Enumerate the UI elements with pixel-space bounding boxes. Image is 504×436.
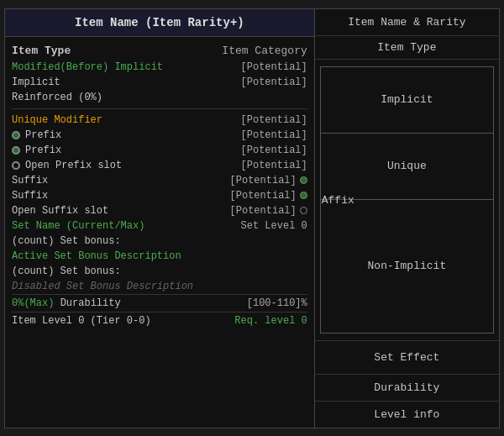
set-bonus-label-2: (count) Set bonus: — [12, 265, 121, 277]
right-durability-section: Durability — [315, 374, 499, 401]
suffix-label-1: Suffix — [12, 175, 230, 186]
unique-modifier-value: [Potential] — [241, 114, 307, 126]
item-title: Item Name (Item Rarity+) — [5, 9, 314, 37]
affix-label: Affix — [322, 193, 354, 206]
set-bonus-row-2: (count) Set bonus: — [12, 264, 307, 279]
durability-prefix: 0%(Max) Durability — [12, 297, 121, 309]
unique-box: Unique — [321, 133, 493, 199]
active-set-bonus-label: Active Set Bonus Description — [12, 250, 181, 262]
implicit-box: Implicit — [321, 67, 493, 133]
reinforced-row: Reinforced (0%) — [12, 90, 307, 105]
radio-filled-2 — [12, 146, 20, 155]
small-radio-1 — [300, 176, 307, 184]
suffix-label-3: Open Suffix slot — [12, 205, 230, 217]
disabled-set-bonus-label: Disabled Set Bonus Description — [12, 281, 193, 292]
suffix-row-2: Suffix [Potential] — [12, 188, 307, 203]
left-panel: Item Name (Item Rarity+) Item Type Item … — [5, 9, 315, 428]
suffix-row-3: Open Suffix slot [Potential] — [12, 203, 307, 218]
prefix-row-2: Prefix [Potential] — [12, 143, 307, 158]
set-name-value: Set Level 0 — [241, 220, 307, 232]
unique-modifier-row: Unique Modifier [Potential] — [12, 113, 307, 128]
suffix-label-2: Suffix — [12, 190, 230, 202]
durability-row: 0%(Max) Durability [100-110]% — [12, 294, 307, 312]
divider-1 — [12, 108, 307, 109]
implicit-value: [Potential] — [241, 76, 307, 88]
set-name-label: Set Name (Current/Max) — [12, 220, 144, 232]
suffix-row-1: Suffix [Potential] — [12, 173, 307, 188]
level-label: Item Level 0 (Tier 0-0) — [12, 315, 151, 327]
radio-filled-1 — [12, 131, 20, 139]
right-diagram: Affix Implicit Unique Non-Implicit — [315, 60, 499, 340]
set-bonus-label-1: (count) Set bonus: — [12, 235, 121, 247]
suffix-value-2: [Potential] — [230, 190, 297, 202]
small-radio-2 — [300, 192, 307, 199]
set-name-row: Set Name (Current/Max) Set Level 0 — [12, 218, 307, 234]
right-item-type: Item Type — [315, 36, 499, 60]
item-category-label: Item Category — [222, 45, 307, 57]
disabled-set-bonus-row: Disabled Set Bonus Description — [12, 279, 307, 294]
right-panel: Item Name & Rarity Item Type Affix Impli… — [315, 9, 499, 428]
modified-implicit-value: [Potential] — [241, 61, 307, 73]
small-radio-3 — [300, 207, 307, 214]
upper-boxes: Implicit Unique — [320, 66, 494, 201]
level-row: Item Level 0 (Tier 0-0) Req. level 0 — [12, 312, 307, 329]
prefix-value-2: [Potential] — [241, 144, 307, 156]
prefix-label-2: Prefix — [25, 144, 236, 156]
left-content: Item Type Item Category Modified(Before)… — [5, 37, 314, 428]
modified-implicit-label: Modified(Before) Implicit — [12, 61, 241, 73]
prefix-label-1: Prefix — [25, 129, 236, 141]
item-type-label: Item Type — [12, 45, 71, 57]
unique-modifier-label: Unique Modifier — [12, 114, 241, 126]
item-type-row: Item Type Item Category — [12, 42, 307, 60]
prefix-row-3: Open Prefix slot [Potential] — [12, 158, 307, 173]
implicit-label: Implicit — [12, 76, 241, 88]
durability-percent: 0%(Max) — [12, 297, 54, 309]
radio-empty-1 — [12, 161, 20, 170]
level-info-section: Level info — [315, 401, 499, 428]
non-implicit-box: Non-Implicit — [320, 200, 494, 334]
suffix-value-1: [Potential] — [230, 175, 297, 186]
suffix-value-3: [Potential] — [230, 205, 297, 217]
implicit-row: Implicit [Potential] — [12, 75, 307, 90]
active-set-bonus-row: Active Set Bonus Description — [12, 249, 307, 264]
prefix-row-1: Prefix [Potential] — [12, 128, 307, 143]
prefix-label-3: Open Prefix slot — [25, 160, 236, 171]
set-effect-section: Set Effect — [315, 340, 499, 374]
prefix-value-1: [Potential] — [241, 129, 307, 141]
durability-label: Durability — [60, 297, 121, 309]
reinforced-label: Reinforced (0%) — [12, 92, 307, 103]
prefix-value-3: [Potential] — [241, 160, 307, 171]
diagram-area: Affix Implicit Unique Non-Implicit — [320, 66, 494, 334]
level-value: Req. level 0 — [234, 315, 307, 327]
durability-value: [100-110]% — [247, 297, 307, 309]
right-header: Item Name & Rarity — [315, 9, 499, 36]
set-bonus-row-1: (count) Set bonus: — [12, 234, 307, 249]
modified-implicit-row: Modified(Before) Implicit [Potential] — [12, 60, 307, 75]
